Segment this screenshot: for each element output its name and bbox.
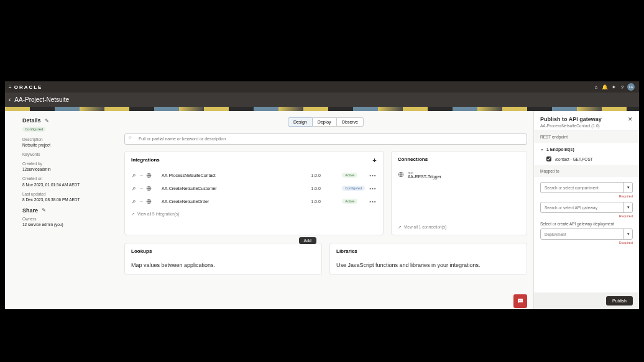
chevron-down-icon[interactable]: ▾	[623, 183, 632, 192]
tab-observe[interactable]: Observe	[337, 117, 364, 127]
page-title: AA-Project-Netsuite	[14, 96, 69, 103]
main-content: Design Deploy Observe ⌕ Integrations +	[118, 111, 533, 309]
svg-point-5	[520, 301, 521, 301]
gateway-select[interactable]: ▾	[540, 202, 633, 213]
hamburger-icon[interactable]: ≡	[9, 84, 12, 90]
home-icon[interactable]: ⌂	[592, 83, 600, 91]
expand-icon: ↗	[398, 225, 402, 230]
field-created-by: Created by 12serviceadmin	[22, 161, 112, 172]
sparkle-icon[interactable]: ✦	[609, 83, 618, 91]
add-integration-icon[interactable]: +	[372, 156, 376, 164]
status-chip: Active	[342, 199, 357, 204]
required-label: Required	[540, 194, 633, 198]
integration-row[interactable]: → AA-CreateNetsuiteCustomer 1.0.0 Config…	[131, 182, 377, 195]
add-lookup-button[interactable]: Add	[299, 237, 316, 244]
chevron-down-icon[interactable]: ▾	[623, 229, 632, 239]
page-header: ‹ AA-Project-Netsuite	[5, 93, 639, 107]
publish-panel: Publish to API gateway AA-ProcessNetsuit…	[533, 111, 639, 309]
row-menu-icon[interactable]: •••	[369, 173, 376, 178]
field-description: Description Netsuite project	[22, 137, 112, 148]
deployment-input[interactable]	[541, 232, 623, 237]
field-keywords: Keywords	[22, 152, 112, 157]
lookups-card: Add Lookups Map values between applicati…	[124, 243, 322, 276]
connections-card: Connections rest AA-REST-Trigger ↗ Vi	[391, 151, 527, 235]
publish-button[interactable]: Publish	[606, 296, 633, 305]
bell-icon[interactable]: 🔔	[600, 83, 609, 91]
search-row: ⌕	[124, 132, 527, 145]
lookups-title: Lookups	[131, 248, 152, 254]
chat-button[interactable]	[513, 294, 527, 308]
chevron-down-icon[interactable]: ▾	[623, 202, 632, 212]
tab-design[interactable]: Design	[288, 117, 313, 127]
close-panel-icon[interactable]: ✕	[628, 116, 633, 128]
edit-details-icon[interactable]: ✎	[45, 118, 49, 124]
brand-logo: ORACLE	[14, 84, 43, 90]
integrations-card: Integrations + → AA-ProcessNetsuiteConta…	[124, 151, 384, 235]
integration-type-icons: →	[131, 173, 152, 178]
panel-title: Publish to API gateway	[540, 116, 628, 122]
search-icon: ⌕	[129, 134, 132, 140]
panel-subtitle: AA-ProcessNetsuiteContact (1.0)	[540, 124, 628, 128]
expand-icon: ↗	[131, 212, 135, 217]
field-created-on: Created on 8 Nov 2023, 01:01:54 AM AEDT	[22, 176, 112, 187]
status-badge: Configured	[22, 127, 45, 132]
compartment-select[interactable]: ▾	[540, 182, 633, 193]
back-chevron-icon[interactable]: ‹	[9, 96, 11, 103]
deployment-select[interactable]: ▾	[540, 229, 633, 240]
gateway-input[interactable]	[541, 206, 623, 210]
endpoint-row[interactable]: /contact - GET,POST	[534, 155, 639, 165]
edit-share-icon[interactable]: ✎	[42, 207, 46, 213]
banner-strip	[5, 107, 639, 111]
required-label: Required	[540, 241, 633, 245]
share-heading: Share	[22, 207, 38, 214]
user-avatar[interactable]: LA	[627, 83, 635, 91]
lookups-description: Map values between applications.	[131, 261, 315, 270]
rest-icon	[398, 171, 404, 178]
app-shell: ≡ ORACLE ⌂ 🔔 ✦ ? LA ‹ AA-Project-Netsuit…	[5, 81, 639, 309]
rest-endpoint-label: REST endpoint	[534, 131, 639, 143]
libraries-title: Libraries	[336, 248, 357, 254]
required-label: Required	[540, 214, 633, 218]
view-all-integrations[interactable]: ↗ View all 5 integration(s)	[131, 208, 377, 217]
view-tabs: Design Deploy Observe	[124, 117, 527, 127]
endpoint-checkbox[interactable]	[546, 156, 551, 161]
connections-title: Connections	[398, 156, 428, 162]
libraries-card: Libraries Use JavaScript functions and l…	[329, 243, 527, 276]
integrations-title: Integrations	[131, 157, 160, 163]
row-menu-icon[interactable]: •••	[369, 199, 376, 204]
svg-point-6	[521, 301, 522, 301]
integration-row[interactable]: → AA-CreateNetsuiteOrder 1.0.0 Active ••…	[131, 195, 377, 208]
global-header: ≡ ORACLE ⌂ 🔔 ✦ ? LA	[5, 81, 639, 93]
integration-row[interactable]: → AA-ProcessNetsuiteContact 1.0.0 Active…	[131, 169, 377, 182]
field-last-updated: Last updated 8 Dec 2023, 08:38:06 PM AED…	[22, 191, 112, 202]
endpoint-path: /contact - GET,POST	[555, 157, 593, 161]
tab-deploy[interactable]: Deploy	[313, 117, 337, 127]
integration-type-icons: →	[131, 199, 152, 204]
deployment-section-label: Select or create API gateway deployment	[540, 222, 633, 226]
libraries-description: Use JavaScript functions and libraries i…	[336, 261, 520, 270]
help-icon[interactable]: ?	[618, 83, 627, 91]
svg-point-4	[519, 301, 520, 301]
status-chip: Configured	[342, 186, 365, 191]
details-heading: Details	[22, 117, 41, 124]
endpoints-expander[interactable]: ⌄ 1 Endpoint(s)	[534, 143, 639, 155]
field-owners: Owners 12 service admin (you)	[22, 216, 112, 227]
view-all-connections[interactable]: ↗ View all 1 connection(s)	[398, 221, 520, 230]
status-chip: Active	[342, 173, 357, 178]
integration-type-icons: →	[131, 186, 152, 191]
search-input[interactable]	[124, 133, 527, 145]
details-sidebar: Details ✎ Configured Description Netsuit…	[5, 111, 118, 309]
mapped-to-label: Mapped to	[534, 165, 639, 177]
connection-row[interactable]: rest AA-REST-Trigger	[398, 167, 520, 183]
chevron-down-icon: ⌄	[540, 147, 544, 152]
row-menu-icon[interactable]: •••	[369, 186, 376, 191]
compartment-input[interactable]	[541, 186, 623, 190]
